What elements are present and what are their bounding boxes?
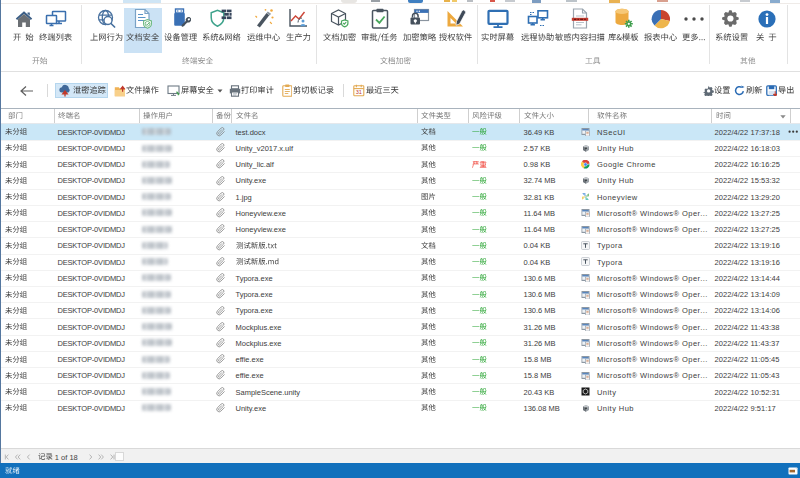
svg-text:31: 31 [356,89,362,95]
